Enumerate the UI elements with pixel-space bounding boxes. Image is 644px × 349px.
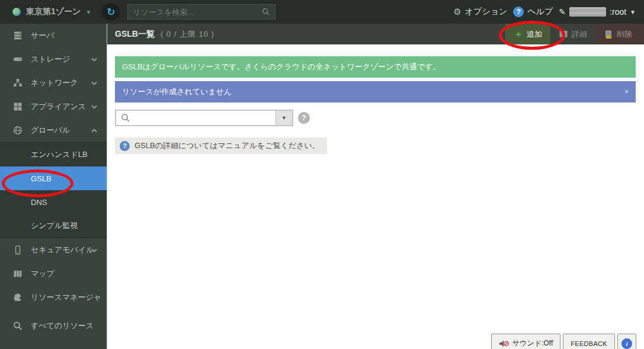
account-name-redacted (569, 7, 606, 17)
sidebar-item-label: ストレージ (31, 54, 70, 65)
global-search-input[interactable] (133, 8, 262, 17)
chevron-down-icon: ▼ (630, 9, 636, 15)
appliance-grid-icon (13, 102, 23, 111)
delete-button-label: 削除 (617, 29, 632, 40)
empty-resources-banner: リソースが作成されていません × (115, 81, 636, 103)
global-resource-banner: GSLBはグローバルリソースです。さくらのクラウドの全ネットワークゾーンで共通で… (115, 56, 636, 78)
page-title: GSLB一覧 (115, 29, 155, 40)
info-icon: i (621, 338, 632, 349)
detail-button[interactable]: 詳細 (550, 24, 595, 44)
question-icon: ? (120, 141, 130, 151)
topbar: 東京第1ゾーン ▼ ↻ ⚙ オプション ? ヘルプ ✎ :root ▼ (0, 0, 644, 24)
storage-icon (13, 55, 23, 64)
page-count: ( 0 / 上限 10 ) (161, 29, 214, 40)
sidebar-item-dns[interactable]: DNS (0, 190, 107, 214)
sidebar-item-all-resources[interactable]: すべてのリソース (0, 314, 107, 338)
sidebar-item-server[interactable]: サーバ (0, 24, 107, 47)
manual-note-text: GSLBの詳細についてはマニュアルをご覧ください。 (134, 140, 320, 151)
sidebar-item-simple-monitor[interactable]: シンプル監視 (0, 214, 107, 238)
chevron-down-icon (91, 81, 97, 85)
globe-icon (13, 126, 23, 135)
sidebar-item-resource-manager[interactable]: リソースマネージャ (0, 286, 107, 309)
refresh-button[interactable]: ↻ (102, 3, 120, 21)
chevron-down-icon: ▼ (281, 115, 287, 121)
chevron-down-icon (91, 248, 97, 252)
delete-button[interactable]: ! 削除 (595, 24, 644, 44)
speaker-muted-icon (499, 340, 509, 348)
sidebar-item-appliance[interactable]: アプライアンス (0, 95, 107, 119)
filter-row: ▼ ? (115, 110, 636, 126)
delete-doc-warning-icon: ! (604, 30, 613, 39)
help-label: ヘルプ (527, 7, 553, 17)
main-panel: GSLB一覧 ( 0 / 上限 10 ) ＋ 追加 詳細 ! (107, 24, 644, 349)
account-menu[interactable]: ✎ :root ▼ (559, 7, 636, 17)
header-actions: ＋ 追加 詳細 ! 削除 (505, 24, 644, 44)
manual-note: ? GSLBの詳細についてはマニュアルをご覧ください。 (115, 137, 327, 154)
mobile-icon (13, 245, 23, 255)
sidebar-item-storage[interactable]: ストレージ (0, 47, 107, 71)
search-icon (116, 113, 130, 123)
sidebar-item-gslb[interactable]: GSLB (0, 167, 107, 190)
search-icon (13, 321, 23, 331)
feedback-button[interactable]: FEEDBACK (563, 334, 615, 349)
sidebar-item-secure-mobile[interactable]: セキュアモバイル (0, 238, 107, 262)
filter-help-icon[interactable]: ? (298, 112, 310, 124)
resource-filter[interactable]: ▼ (115, 110, 293, 126)
options-label: オプション (465, 7, 508, 17)
zone-selector[interactable]: 東京第1ゾーン ▼ (0, 7, 97, 17)
sidebar-item-enhanced-lb[interactable]: エンハンスドLB (0, 143, 107, 167)
topbar-right: ⚙ オプション ? ヘルプ ✎ :root ▼ (453, 7, 644, 17)
options-button[interactable]: ⚙ オプション (453, 7, 507, 17)
map-icon (13, 269, 23, 278)
close-icon[interactable]: × (624, 88, 629, 96)
book-icon (559, 30, 568, 39)
chevron-down-icon (91, 57, 97, 62)
content-body: GSLBはグローバルリソースです。さくらのクラウドの全ネットワークゾーンで共通で… (107, 44, 644, 154)
puzzle-icon (13, 293, 23, 302)
resource-filter-input[interactable] (130, 114, 275, 123)
help-icon: ? (513, 7, 524, 17)
footer-tools: サウンド:Off FEEDBACK i (491, 334, 636, 349)
sidebar-item-network[interactable]: ネットワーク (0, 71, 107, 95)
sidebar-item-label: グローバル (31, 125, 70, 136)
info-button[interactable]: i (617, 334, 636, 349)
add-button[interactable]: ＋ 追加 (505, 24, 550, 44)
zone-label: 東京第1ゾーン (26, 7, 81, 17)
filter-dropdown-button[interactable]: ▼ (275, 111, 292, 125)
sidebar-item-label: GSLB (31, 174, 52, 183)
sidebar: サーバ ストレージ ネットワーク アプライアンス グローバル (0, 24, 107, 349)
sidebar-item-label: ネットワーク (31, 78, 78, 88)
sidebar-item-map[interactable]: マップ (0, 262, 107, 286)
server-icon (13, 31, 23, 40)
pencil-icon: ✎ (559, 7, 566, 17)
sidebar-item-label: すべてのリソース (31, 321, 94, 331)
sidebar-item-label: アプライアンス (31, 101, 86, 112)
sidebar-item-label: シンプル監視 (31, 220, 78, 231)
feedback-label: FEEDBACK (571, 340, 607, 347)
sidebar-item-global[interactable]: グローバル (0, 119, 107, 142)
global-search[interactable] (127, 4, 275, 20)
svg-text:!: ! (608, 34, 610, 38)
sidebar-item-label: サーバ (31, 30, 55, 41)
empty-resources-banner-text: リソースが作成されていません (122, 87, 232, 97)
global-submenu: エンハンスドLB GSLB DNS シンプル監視 (0, 142, 107, 238)
zone-globe-icon (12, 7, 21, 17)
add-button-label: 追加 (527, 29, 542, 40)
global-resource-banner-text: GSLBはグローバルリソースです。さくらのクラウドの全ネットワークゾーンで共通で… (122, 62, 441, 72)
chevron-down-icon: ▼ (85, 9, 91, 15)
refresh-icon: ↻ (107, 6, 115, 18)
sidebar-item-label: リソースマネージャ (31, 292, 101, 303)
account-suffix: :root (610, 7, 626, 17)
sound-toggle-button[interactable]: サウンド:Off (491, 334, 560, 349)
chevron-up-icon (91, 129, 97, 133)
plus-icon: ＋ (514, 30, 523, 39)
search-icon (262, 8, 270, 16)
detail-button-label: 詳細 (572, 29, 587, 40)
sidebar-item-label: エンハンスドLB (31, 149, 88, 160)
sidebar-item-label: セキュアモバイル (31, 245, 94, 255)
chevron-down-icon (91, 105, 97, 109)
network-icon (13, 78, 23, 88)
sidebar-item-label: マップ (31, 268, 55, 279)
help-button[interactable]: ? ヘルプ (513, 7, 553, 17)
sidebar-item-label: DNS (31, 198, 47, 207)
